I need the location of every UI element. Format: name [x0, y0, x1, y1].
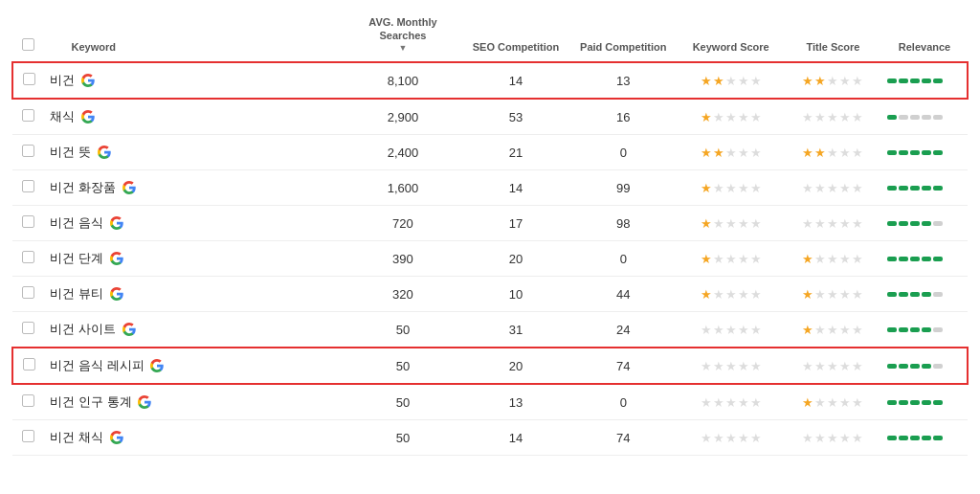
seo-competition-cell: 20: [462, 348, 569, 384]
header-keyword: Keyword: [42, 8, 344, 62]
table-row[interactable]: 비건 8,100 14 13 ★★★★★ ★★★★★: [12, 62, 968, 99]
row-checkbox[interactable]: [22, 145, 34, 157]
row-checkbox[interactable]: [22, 251, 34, 263]
paid-competition-cell: 44: [569, 277, 677, 312]
google-icon[interactable]: [110, 287, 123, 301]
seo-competition-cell: 14: [462, 62, 569, 99]
bar-segment-filled: [899, 257, 908, 261]
relevance-cell: [881, 312, 968, 348]
star-icon: ★: [827, 323, 838, 337]
bar-segment-filled: [899, 79, 908, 83]
select-all-checkbox[interactable]: [22, 38, 34, 51]
star-icon: ★: [827, 287, 838, 302]
keyword-cell: 비건 음식: [42, 206, 344, 241]
paid-competition-cell: 16: [569, 99, 677, 135]
row-checkbox[interactable]: [22, 180, 34, 192]
bar-segment-filled: [910, 292, 920, 297]
seo-competition-cell: 13: [462, 384, 569, 420]
star-icon: ★: [701, 110, 712, 124]
table-row[interactable]: 비건 뜻 2,400 21 0 ★★★★★ ★★★★★: [12, 135, 968, 170]
star-icon: ★: [713, 323, 724, 337]
row-checkbox-cell: [12, 348, 42, 384]
bar-segment-filled: [922, 327, 931, 332]
bar-segment-filled: [887, 364, 897, 369]
stars: ★★★★★: [701, 181, 762, 195]
google-icon[interactable]: [110, 216, 123, 230]
star-icon: ★: [802, 216, 813, 231]
row-checkbox[interactable]: [22, 322, 34, 334]
star-icon: ★: [852, 359, 863, 373]
star-icon: ★: [839, 110, 851, 124]
keyword-cell: 비건: [42, 62, 344, 99]
table-row[interactable]: 비건 사이트 50 31 24 ★★★★★ ★★★★★: [12, 312, 968, 348]
row-checkbox[interactable]: [23, 73, 35, 85]
keyword-text: 비건 뜻: [50, 145, 91, 159]
stars: ★★★★★: [802, 431, 863, 445]
google-icon[interactable]: [81, 110, 95, 124]
star-icon: ★: [827, 359, 838, 373]
row-checkbox[interactable]: [23, 358, 35, 370]
star-icon: ★: [750, 252, 762, 266]
header-relevance: Relevance: [881, 8, 968, 62]
google-icon[interactable]: [122, 181, 136, 194]
paid-competition-cell: 0: [569, 135, 677, 170]
table-row[interactable]: 비건 화장품 1,600 14 99 ★★★★★ ★★★★★: [12, 170, 968, 206]
star-icon: ★: [827, 146, 838, 160]
star-icon: ★: [750, 359, 762, 373]
relevance-cell: [881, 206, 968, 241]
star-icon: ★: [814, 395, 826, 410]
table-row[interactable]: 비건 음식 720 17 98 ★★★★★ ★★★★★: [12, 206, 968, 241]
star-icon: ★: [814, 323, 826, 337]
google-icon[interactable]: [110, 252, 123, 265]
row-checkbox[interactable]: [22, 109, 34, 122]
google-icon[interactable]: [122, 323, 136, 336]
keyword-cell: 비건 음식 레시피: [42, 348, 344, 384]
row-checkbox[interactable]: [22, 394, 34, 407]
google-icon[interactable]: [81, 74, 95, 87]
bar-segment-filled: [899, 186, 908, 191]
stars: ★★★★★: [802, 359, 863, 373]
table-body: 비건 8,100 14 13 ★★★★★ ★★★★★ 채식 2,900 53 1…: [12, 62, 968, 456]
relevance-cell: [881, 348, 968, 384]
star-icon: ★: [713, 359, 724, 373]
star-icon: ★: [738, 216, 749, 231]
table-row[interactable]: 비건 채식 50 14 74 ★★★★★ ★★★★★: [12, 420, 968, 456]
table-row[interactable]: 비건 뷰티 320 10 44 ★★★★★ ★★★★★: [12, 277, 968, 312]
stars: ★★★★★: [701, 431, 762, 445]
seo-competition-cell: 20: [462, 241, 569, 277]
keyword-score-cell: ★★★★★: [678, 170, 785, 206]
bar-segment-filled: [910, 400, 920, 405]
star-icon: ★: [802, 74, 813, 88]
table-row[interactable]: 비건 단계 390 20 0 ★★★★★ ★★★★★: [12, 241, 968, 277]
google-icon[interactable]: [150, 359, 164, 372]
bar-segment-empty: [933, 364, 943, 369]
header-paid-competition: Paid Competition: [569, 8, 677, 62]
sort-arrow-icon: ▼: [349, 43, 457, 55]
row-checkbox[interactable]: [22, 430, 34, 442]
google-icon[interactable]: [110, 431, 123, 444]
keyword-score-cell: ★★★★★: [678, 206, 785, 241]
table-row[interactable]: 채식 2,900 53 16 ★★★★★ ★★★★★: [12, 99, 968, 135]
star-icon: ★: [750, 216, 762, 231]
keyword-score-cell: ★★★★★: [678, 277, 785, 312]
paid-competition-cell: 99: [569, 170, 677, 206]
keyword-cell: 비건 인구 통계: [42, 384, 344, 420]
table-row[interactable]: 비건 음식 레시피 50 20 74 ★★★★★ ★★★★★: [12, 348, 968, 384]
star-icon: ★: [827, 395, 838, 410]
google-icon[interactable]: [138, 395, 151, 409]
keyword-table: Keyword AVG. Monthly Searches ▼ SEO Comp…: [11, 8, 969, 456]
stars: ★★★★★: [802, 323, 863, 337]
row-checkbox[interactable]: [22, 215, 34, 228]
row-checkbox[interactable]: [22, 286, 34, 299]
bar-segment-filled: [899, 364, 908, 369]
bar-segment-filled: [910, 186, 920, 191]
bar-segment-filled: [922, 292, 931, 297]
table-row[interactable]: 비건 인구 통계 50 13 0 ★★★★★ ★★★★★: [12, 384, 968, 420]
google-icon[interactable]: [98, 146, 111, 159]
paid-competition-cell: 98: [569, 206, 677, 241]
stars: ★★★★★: [701, 323, 762, 337]
star-icon: ★: [814, 252, 826, 266]
relevance-bar: [887, 115, 945, 120]
star-icon: ★: [725, 181, 737, 195]
stars: ★★★★★: [802, 74, 863, 88]
